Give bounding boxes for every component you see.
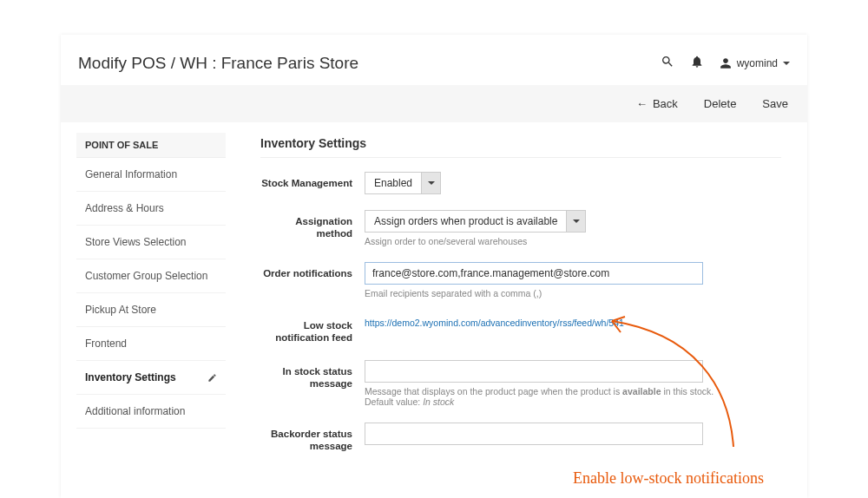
back-button[interactable]: Back <box>636 97 678 110</box>
input-backorder-msg[interactable] <box>365 423 703 445</box>
sidebar-item-label: Additional information <box>85 405 185 417</box>
select-stock-management[interactable]: Enabled <box>365 172 441 194</box>
save-button[interactable]: Save <box>762 97 788 110</box>
sidebar-item-pickup-at-store[interactable]: Pickup At Store <box>76 293 226 327</box>
sidebar-item-store-views[interactable]: Store Views Selection <box>76 226 226 259</box>
sidebar-item-additional-info[interactable]: Additional information <box>76 395 226 429</box>
save-label: Save <box>762 97 788 110</box>
row-assignation-method: Assignation method Assign orders when pr… <box>260 210 781 246</box>
annotation-text: Enable low-stock notifications <box>573 469 764 488</box>
sidebar-item-label: Customer Group Selection <box>85 270 207 282</box>
title-bar: Modify POS / WH : France Paris Store wyo… <box>61 35 807 85</box>
label-order-notifications: Order notifications <box>260 262 365 279</box>
bell-icon[interactable] <box>690 55 704 72</box>
back-label: Back <box>653 97 678 110</box>
chevron-down-icon <box>783 62 790 65</box>
search-icon[interactable] <box>661 55 674 72</box>
action-bar: Back Delete Save <box>61 85 807 122</box>
sidebar-item-general-information[interactable]: General Information <box>76 158 226 192</box>
sidebar-item-address-hours[interactable]: Address & Hours <box>76 192 226 226</box>
row-stock-management: Stock Management Enabled <box>260 172 781 194</box>
link-low-stock-feed[interactable]: https://demo2.wyomind.com/advancedinvent… <box>365 318 624 328</box>
sidebar: POINT OF SALE General Information Addres… <box>61 122 234 482</box>
arrow-left-icon <box>636 97 648 110</box>
sidebar-item-inventory-settings[interactable]: Inventory Settings <box>76 361 226 395</box>
hint-in-stock-msg: Message that displays on the product pag… <box>365 386 781 407</box>
select-value: Assign orders when product is available <box>365 211 566 232</box>
hint-order-notifications: Email recipients separated with a comma … <box>365 288 781 298</box>
row-order-notifications: Order notifications Email recipients sep… <box>260 262 781 298</box>
hint-assignation: Assign order to one/several warehouses <box>365 236 781 246</box>
sidebar-item-frontend[interactable]: Frontend <box>76 327 226 361</box>
row-in-stock-msg: In stock status message Message that dis… <box>260 360 781 407</box>
label-backorder-msg: Backorder status message <box>260 423 365 453</box>
editor-panel: Modify POS / WH : France Paris Store wyo… <box>61 35 807 498</box>
chevron-down-icon <box>566 211 585 232</box>
label-in-stock-msg: In stock status message <box>260 360 365 390</box>
user-name: wyomind <box>737 57 778 69</box>
content-area: POINT OF SALE General Information Addres… <box>61 122 807 482</box>
form-area: Inventory Settings Stock Management Enab… <box>234 122 807 482</box>
page-title: Modify POS / WH : France Paris Store <box>78 54 358 73</box>
header-icons: wyomind <box>661 55 790 72</box>
user-icon <box>720 57 732 69</box>
user-menu[interactable]: wyomind <box>720 57 790 69</box>
sidebar-item-label: Frontend <box>85 337 127 350</box>
label-stock-management: Stock Management <box>260 172 365 189</box>
row-backorder-msg: Backorder status message <box>260 423 781 453</box>
pencil-icon <box>207 373 217 383</box>
sidebar-item-label: Inventory Settings <box>85 371 176 383</box>
label-low-stock-feed: Low stock notification feed <box>260 314 365 344</box>
label-assignation-method: Assignation method <box>260 210 365 240</box>
sidebar-item-label: Pickup At Store <box>85 304 156 316</box>
delete-button[interactable]: Delete <box>704 97 737 110</box>
sidebar-title: POINT OF SALE <box>76 133 226 158</box>
section-title: Inventory Settings <box>260 136 781 158</box>
select-value: Enabled <box>365 173 421 193</box>
input-in-stock-msg[interactable] <box>365 360 703 383</box>
sidebar-item-label: Store Views Selection <box>85 236 187 248</box>
row-low-stock-feed: Low stock notification feed https://demo… <box>260 314 781 344</box>
delete-label: Delete <box>704 97 737 110</box>
select-assignation-method[interactable]: Assign orders when product is available <box>365 210 586 233</box>
sidebar-item-label: General Information <box>85 168 177 180</box>
chevron-down-icon <box>421 173 440 193</box>
input-order-notifications[interactable] <box>365 262 703 285</box>
sidebar-item-customer-group[interactable]: Customer Group Selection <box>76 259 226 293</box>
sidebar-item-label: Address & Hours <box>85 202 164 214</box>
